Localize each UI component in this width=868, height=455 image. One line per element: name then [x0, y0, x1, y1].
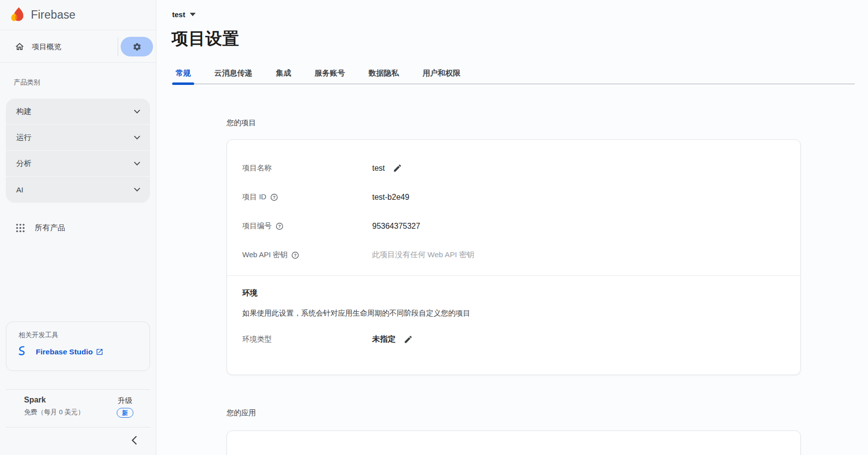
- firebase-studio-icon: [16, 346, 27, 358]
- web-api-key-row: Web API 密钥 ? 此项目没有任何 Web API 密钥: [242, 241, 781, 269]
- firebase-logo-icon: [11, 7, 25, 24]
- plan-section: Spark 免费（每月 0 美元） 升级 新: [24, 396, 133, 417]
- project-name-value: test: [372, 164, 385, 173]
- web-api-key-value: 此项目没有任何 Web API 密钥: [372, 250, 474, 260]
- tab-integrations[interactable]: 集成: [273, 64, 295, 84]
- collapse-sidebar-button[interactable]: [127, 433, 141, 448]
- sidebar-item-build[interactable]: 构建: [6, 99, 150, 125]
- active-tab-indicator: [172, 82, 194, 85]
- svg-text:?: ?: [273, 195, 276, 200]
- firebase-studio-label: Firebase Studio: [36, 348, 93, 356]
- upgrade-button[interactable]: 升级: [118, 396, 132, 405]
- main-content: test 项目设置 常规 云消息传递 集成 服务账号 数据隐私 用户和权限 您的…: [156, 0, 868, 455]
- sidebar-item-project-overview[interactable]: 项目概览: [15, 30, 61, 63]
- help-icon[interactable]: ?: [291, 251, 299, 259]
- help-icon[interactable]: ?: [276, 222, 283, 230]
- help-icon[interactable]: ?: [270, 193, 278, 201]
- tab-general[interactable]: 常规: [172, 64, 194, 84]
- divider: [227, 275, 800, 276]
- brand-name: Firebase: [31, 8, 76, 22]
- project-overview-row: 项目概览: [0, 30, 156, 63]
- divider: [6, 389, 150, 390]
- firebase-studio-link[interactable]: Firebase Studio: [16, 344, 103, 360]
- divider: [6, 427, 150, 428]
- chevron-down-icon: [134, 161, 140, 166]
- apps-grid-icon: [16, 223, 25, 233]
- chevron-down-icon: [134, 109, 140, 114]
- project-id-label: 项目 ID: [242, 192, 266, 202]
- sidebar-item-ai[interactable]: AI: [6, 177, 150, 203]
- divider: [118, 37, 118, 56]
- sidebar-item-all-products[interactable]: 所有产品: [0, 219, 156, 237]
- page-title: 项目设置: [172, 27, 239, 50]
- project-overview-label: 项目概览: [32, 42, 61, 52]
- sidebar-item-analytics[interactable]: 分析: [6, 151, 150, 177]
- web-api-key-label: Web API 密钥: [242, 250, 287, 260]
- project-switcher-name: test: [172, 10, 185, 19]
- chevron-down-icon: [134, 135, 140, 140]
- your-apps-card: [227, 430, 801, 455]
- project-name-row: 项目名称 test: [242, 154, 781, 183]
- project-number-row: 项目编号 ? 95364375327: [242, 212, 781, 241]
- gear-icon: [132, 42, 142, 52]
- project-id-row: 项目 ID ? test-b2e49: [242, 183, 781, 212]
- brand-header: Firebase: [0, 0, 156, 30]
- tab-data-privacy[interactable]: 数据隐私: [365, 64, 403, 84]
- chevron-left-icon: [131, 436, 137, 445]
- tab-users-permissions[interactable]: 用户和权限: [419, 64, 464, 84]
- new-badge: 新: [117, 408, 133, 418]
- tab-service-accounts[interactable]: 服务账号: [311, 64, 349, 84]
- environment-description: 如果使用此设置，系统会针对应用生命周期的不同阶段自定义您的项目: [242, 309, 781, 318]
- dev-tools-card: 相关开发工具 Firebase Studio: [6, 321, 150, 371]
- sidebar: Firebase 项目概览 产品类别 构建 运行: [0, 0, 156, 455]
- pencil-icon: [393, 163, 402, 173]
- your-project-section-title: 您的项目: [227, 118, 256, 128]
- project-number-value: 95364375327: [372, 222, 420, 231]
- tab-cloud-messaging[interactable]: 云消息传递: [211, 64, 256, 84]
- project-settings-button[interactable]: [121, 37, 153, 56]
- edit-environment-type-button[interactable]: [404, 335, 413, 344]
- environment-type-label: 环境类型: [242, 335, 372, 344]
- firebase-console: Firebase 项目概览 产品类别 构建 运行: [0, 0, 868, 455]
- project-info-card: 项目名称 test 项目 ID ? test-b2e49 项目编号: [227, 139, 801, 375]
- svg-text:?: ?: [278, 224, 281, 229]
- caret-down-icon: [190, 13, 196, 16]
- tabs-bar: 常规 云消息传递 集成 服务账号 数据隐私 用户和权限: [172, 64, 855, 84]
- home-icon: [15, 42, 25, 52]
- external-link-icon: [96, 348, 103, 356]
- sidebar-item-run[interactable]: 运行: [6, 125, 150, 151]
- edit-project-name-button[interactable]: [393, 163, 402, 173]
- project-name-label: 项目名称: [242, 163, 372, 173]
- environment-type-row: 环境类型 未指定: [242, 325, 781, 354]
- project-id-value: test-b2e49: [372, 193, 409, 202]
- product-categories-label: 产品类别: [14, 78, 40, 87]
- your-apps-section-title: 您的应用: [227, 408, 256, 418]
- product-categories-group: 构建 运行 分析 AI: [6, 99, 150, 203]
- environment-title: 环境: [242, 288, 781, 298]
- chevron-down-icon: [134, 187, 140, 192]
- project-number-label: 项目编号: [242, 221, 272, 231]
- pencil-icon: [404, 335, 413, 344]
- svg-text:?: ?: [294, 253, 297, 258]
- project-switcher[interactable]: test: [172, 10, 196, 19]
- environment-type-value: 未指定: [372, 334, 396, 345]
- dev-tools-title: 相关开发工具: [19, 331, 58, 340]
